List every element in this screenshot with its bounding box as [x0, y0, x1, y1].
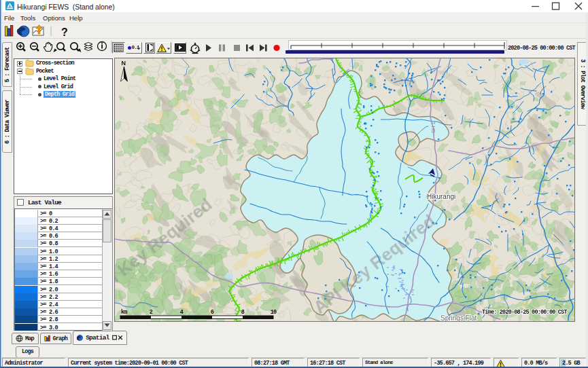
svg-text:N: N — [122, 60, 126, 67]
svg-text:Springs Flat: Springs Flat — [440, 314, 477, 321]
svg-text:4: 4 — [180, 309, 184, 316]
svg-text:Time: 2020-08-25 00:00:00 CST: Time: 2020-08-25 00:00:00 CST — [482, 309, 567, 316]
svg-text:6: 6 — [211, 309, 214, 316]
svg-text:2: 2 — [150, 309, 153, 316]
svg-text:10: 10 — [271, 309, 277, 316]
svg-text:km: km — [121, 309, 127, 316]
svg-text:SH 1: SH 1 — [430, 122, 436, 133]
svg-text:Hikurangi: Hikurangi — [427, 193, 455, 200]
svg-text:8: 8 — [241, 309, 245, 316]
